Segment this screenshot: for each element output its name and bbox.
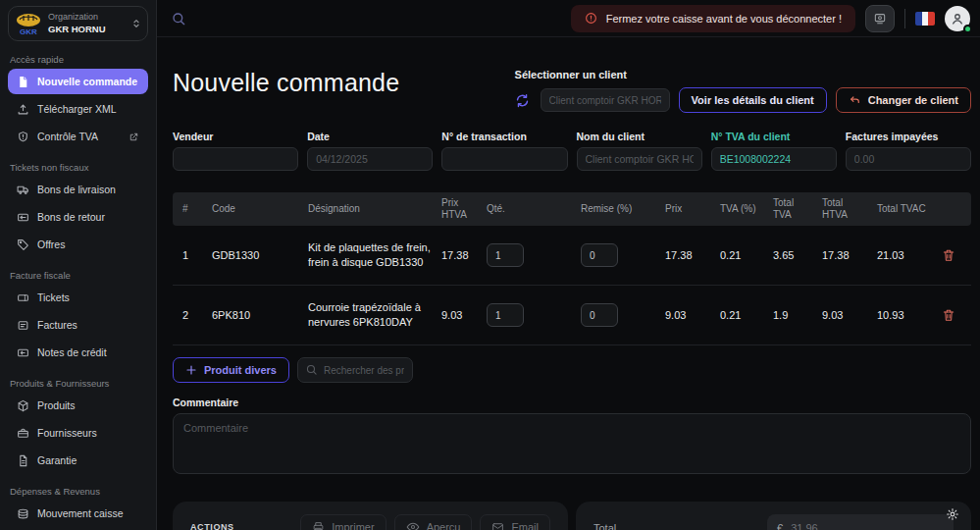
field-factures-impayees: Factures impayées bbox=[846, 131, 971, 171]
sidebar-item-telecharger-xml[interactable]: Télécharger XML bbox=[8, 96, 148, 122]
cube-icon bbox=[17, 399, 29, 412]
transaction-input[interactable] bbox=[441, 147, 567, 171]
sidebar: GKR Organization GKR HORNU Accès rapide … bbox=[0, 0, 157, 530]
eye-icon bbox=[406, 520, 420, 530]
client-select-input[interactable] bbox=[541, 88, 670, 112]
client-select-label: Sélectionner un client bbox=[515, 69, 971, 80]
sidebar-section-facture-fiscale: Facture fiscale bbox=[10, 270, 146, 281]
field-tva-client: N° TVA du client bbox=[711, 131, 837, 171]
row-total-tva: 3.65 bbox=[773, 248, 822, 263]
col-remise: Remise (%) bbox=[581, 203, 665, 216]
tva-client-input[interactable] bbox=[711, 147, 837, 171]
qty-input[interactable] bbox=[487, 243, 524, 267]
print-button[interactable]: Imprimer bbox=[300, 514, 386, 530]
invoice-icon bbox=[17, 319, 29, 332]
sidebar-item-mouvement-caisse[interactable]: Mouvement caisse bbox=[8, 501, 148, 526]
return-arrow-icon bbox=[849, 94, 861, 107]
sidebar-item-label: Nouvelle commande bbox=[37, 76, 137, 87]
gear-icon bbox=[946, 507, 959, 521]
sidebar-item-tickets[interactable]: Tickets bbox=[8, 285, 148, 310]
refresh-icon[interactable] bbox=[515, 93, 530, 108]
sidebar-item-bons-de-retour[interactable]: Bons de retour bbox=[8, 204, 148, 230]
sidebar-item-garantie[interactable]: Garantie bbox=[8, 448, 148, 473]
organization-selector[interactable]: GKR Organization GKR HORNU bbox=[8, 6, 148, 41]
sidebar-section-tickets-non-fiscaux: Tickets non fiscaux bbox=[10, 162, 146, 173]
delete-row-button[interactable] bbox=[942, 308, 955, 322]
topbar: Fermez votre caisse avant de vous déconn… bbox=[157, 0, 980, 37]
cash-close-warning: Fermez votre caisse avant de vous déconn… bbox=[571, 5, 855, 32]
col-tva: TVA (%) bbox=[720, 203, 773, 216]
sidebar-item-label: Factures bbox=[37, 319, 77, 331]
sidebar-item-notes-de-credit[interactable]: Notes de crédit bbox=[8, 340, 148, 365]
svg-text:GKR: GKR bbox=[20, 27, 37, 36]
row-prix-htva: 9.03 bbox=[441, 308, 487, 323]
order-fields: Vendeur Date N° de transaction Nom du cl… bbox=[173, 131, 971, 171]
france-flag[interactable] bbox=[915, 12, 935, 26]
sidebar-item-produits[interactable]: Produits bbox=[8, 393, 148, 418]
factures-impayees-input[interactable] bbox=[846, 147, 971, 171]
table-header: # Code Désignation Prix HTVA Qté. Remise… bbox=[173, 192, 971, 226]
qty-input[interactable] bbox=[487, 303, 524, 327]
col-total-tvac: Total TVAC bbox=[877, 203, 942, 216]
sidebar-item-bons-de-livraison[interactable]: Bons de livraison bbox=[8, 177, 148, 202]
row-prix-htva: 17.38 bbox=[441, 248, 487, 263]
search-icon bbox=[305, 363, 318, 376]
client-details-label: Voir les détails du client bbox=[692, 94, 814, 106]
change-client-button[interactable]: Changer de client bbox=[836, 87, 971, 113]
date-input[interactable] bbox=[307, 147, 433, 171]
cash-register-icon bbox=[873, 12, 887, 26]
col-total-tva: Total TVA bbox=[773, 197, 822, 222]
ticket-icon bbox=[17, 292, 29, 304]
change-client-label: Changer de client bbox=[868, 94, 958, 106]
online-status-dot bbox=[963, 25, 972, 33]
remise-input[interactable] bbox=[581, 243, 618, 267]
total-settings-button[interactable] bbox=[944, 505, 961, 523]
remise-input[interactable] bbox=[581, 303, 618, 327]
sidebar-item-factures[interactable]: Factures bbox=[8, 312, 148, 338]
sidebar-item-controle-tva[interactable]: Contrôle TVA bbox=[8, 124, 148, 149]
email-button[interactable]: Email bbox=[480, 514, 550, 530]
row-tva: 0.21 bbox=[720, 248, 773, 263]
sidebar-item-nouvelle-commande[interactable]: Nouvelle commande bbox=[8, 69, 148, 94]
sidebar-section-depenses-revenus: Dépenses & Revenus bbox=[10, 486, 146, 497]
sidebar-item-offres[interactable]: Offres bbox=[8, 232, 148, 257]
sidebar-item-label: Bons de livraison bbox=[37, 184, 116, 195]
printer-icon bbox=[312, 521, 325, 530]
field-transaction: N° de transaction bbox=[441, 131, 567, 171]
topbar-divider bbox=[904, 9, 905, 28]
sidebar-item-fournisseurs[interactable]: Fournisseurs bbox=[8, 420, 148, 446]
preview-label: Aperçu bbox=[427, 521, 461, 530]
vendeur-input[interactable] bbox=[173, 147, 298, 171]
user-avatar[interactable] bbox=[945, 6, 970, 31]
total-input[interactable] bbox=[791, 522, 944, 530]
add-misc-product-button[interactable]: Produit divers bbox=[173, 357, 289, 383]
warning-text: Fermez votre caisse avant de vous déconn… bbox=[606, 13, 842, 25]
preview-button[interactable]: Aperçu bbox=[394, 514, 473, 530]
client-details-button[interactable]: Voir les détails du client bbox=[679, 87, 827, 113]
cash-register-button[interactable] bbox=[865, 5, 895, 32]
tag-icon bbox=[17, 238, 29, 251]
search-icon[interactable] bbox=[171, 11, 186, 26]
field-label: N° TVA du client bbox=[711, 131, 837, 142]
row-total-tvac: 21.03 bbox=[877, 248, 942, 263]
row-designation: Courroie trapézoïdale à nervures 6PK810D… bbox=[308, 300, 441, 330]
sidebar-item-label: Offres bbox=[37, 238, 65, 250]
nom-client-input[interactable] bbox=[577, 147, 702, 171]
field-date: Date bbox=[307, 131, 433, 171]
comment-textarea[interactable] bbox=[173, 413, 971, 474]
currency-symbol: € bbox=[777, 522, 783, 530]
total-field: € bbox=[767, 514, 954, 530]
col-total-htva: Total HTVA bbox=[822, 197, 877, 222]
truck-icon bbox=[17, 184, 29, 196]
email-label: Email bbox=[511, 521, 539, 530]
delete-row-button[interactable] bbox=[942, 248, 955, 262]
total-panel: Total € bbox=[576, 502, 971, 530]
upload-icon bbox=[17, 103, 29, 116]
sidebar-item-label: Bons de retour bbox=[37, 211, 105, 223]
table-row: 1 GDB1330 Kit de plaquettes de frein, fr… bbox=[173, 226, 971, 286]
col-qte: Qté. bbox=[487, 203, 581, 216]
row-num: 2 bbox=[182, 308, 212, 323]
col-prix-htva: Prix HTVA bbox=[441, 197, 487, 222]
org-name: GKR HORNU bbox=[48, 24, 126, 35]
total-label: Total bbox=[593, 522, 616, 530]
